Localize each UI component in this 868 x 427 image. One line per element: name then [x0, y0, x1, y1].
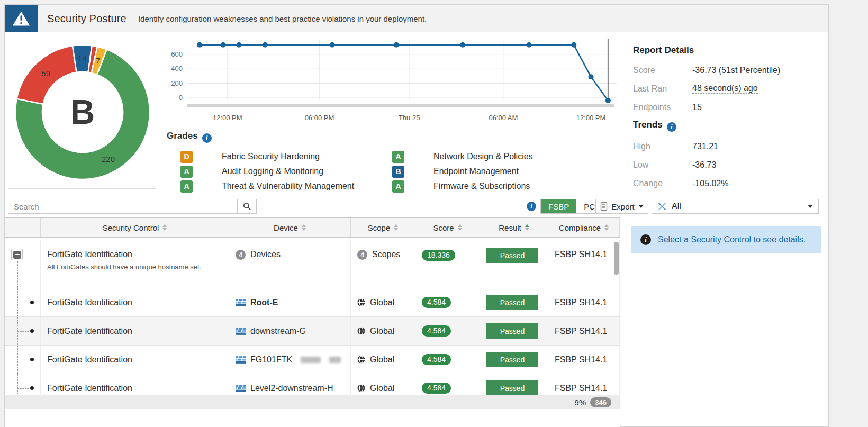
y-axis-tick: 600 — [171, 50, 183, 58]
compliance-value: FSBP SH14.1 — [555, 355, 607, 365]
sort-icon — [604, 224, 609, 231]
score-pill: 4.584 — [422, 354, 451, 365]
column-header-device[interactable]: Device — [229, 218, 351, 237]
column-header-compliance[interactable]: Compliance — [548, 218, 620, 237]
tree-node-dot — [30, 329, 34, 333]
report-row: Score-36.73 (51st Percentile) — [633, 61, 828, 79]
grade-badge: A — [392, 151, 404, 163]
report-details-panel: Report Details Score-36.73 (51st Percent… — [621, 32, 828, 195]
detail-panel: i Select a Security Control to see detai… — [620, 217, 828, 426]
column-header-label: Score — [433, 223, 454, 232]
trend-data-point — [571, 42, 576, 48]
report-row-label: Last Ran — [633, 84, 692, 94]
dashboard-section: 22059147 B 020040060012:00 PM06:00 PMThu… — [5, 32, 828, 196]
grade-item: DFabric Security Hardening — [167, 149, 378, 164]
x-axis-tick: 12:00 PM — [213, 114, 242, 122]
tree-connector — [17, 388, 31, 389]
export-label: Export — [611, 202, 634, 211]
column-header-label: Scope — [368, 223, 391, 232]
fabric-scope-dropdown[interactable]: All — [652, 199, 819, 214]
score-percent: 9% — [575, 398, 586, 407]
sort-icon — [525, 224, 529, 231]
table-scrollbar[interactable] — [614, 242, 619, 275]
grade-badge: A — [180, 166, 193, 178]
column-header-label: Compliance — [559, 223, 601, 232]
table-row[interactable]: FortiGate IdentificationLevel2-downstrea… — [5, 374, 620, 397]
trend-data-point — [197, 42, 202, 48]
trends-title-text: Trends — [633, 120, 663, 130]
y-axis-tick: 0 — [179, 94, 183, 102]
grade-item: AThreat & Vulnerability Management — [167, 179, 378, 194]
page-title: Security Posture — [47, 13, 126, 25]
grade-item: BEndpoint Management — [378, 164, 533, 179]
report-row-value: -105.02% — [692, 179, 729, 188]
table-row[interactable]: FortiGate Identificationdownstream-GGlob… — [5, 317, 620, 346]
column-header-security-control[interactable]: Security Control — [41, 218, 229, 237]
result-badge: Passed — [486, 248, 538, 263]
report-row-value[interactable]: 48 second(s) ago — [692, 84, 758, 94]
table-row[interactable]: FortiGate IdentificationFG101FTKGlobal4.… — [5, 346, 620, 374]
compliance-value: FSBP SH14.1 — [555, 326, 607, 336]
fabric-scope-value: All — [672, 202, 681, 211]
result-badge: Passed — [486, 352, 538, 367]
trend-data-point — [263, 42, 268, 48]
report-row: Low-36.73 — [633, 156, 828, 174]
report-row-label: Score — [633, 66, 692, 75]
donut-slice-label: 59 — [41, 69, 50, 78]
trends-title: Trendsi — [633, 120, 828, 132]
score-pill: 18.336 — [422, 250, 455, 261]
scope-count-label: Scopes — [372, 250, 400, 259]
result-badge: Passed — [486, 323, 538, 339]
x-axis-tick: 06:00 AM — [489, 114, 518, 122]
collapse-button[interactable] — [11, 249, 23, 260]
sort-icon — [458, 224, 462, 231]
table-row[interactable]: FortiGate IdentificationAll FortiGates s… — [5, 240, 620, 288]
warning-triangle-icon — [11, 9, 32, 28]
trends-info-icon[interactable]: i — [667, 122, 676, 132]
standard-info-icon[interactable]: i — [527, 202, 536, 211]
sort-icon — [302, 224, 306, 231]
column-header-score[interactable]: Score — [415, 218, 480, 237]
grades-info-icon[interactable]: i — [202, 133, 212, 143]
security-control-name: FortiGate Identification — [47, 326, 132, 336]
trend-data-point — [526, 42, 531, 48]
trend-data-point — [237, 42, 242, 48]
sort-icon — [394, 224, 398, 231]
grade-item: AAudit Logging & Monitoring — [167, 164, 378, 179]
chart-range-slider[interactable] — [187, 104, 614, 107]
globe-icon — [357, 298, 365, 306]
page-subtitle: Identify configuration weaknesses and be… — [138, 14, 427, 23]
tree-node-dot — [30, 301, 34, 304]
donut-slice-label: 7 — [96, 56, 100, 65]
tree-connector — [17, 261, 18, 288]
compliance-value: FSBP SH14.1 — [555, 384, 607, 393]
x-axis-tick: 06:00 PM — [305, 114, 334, 122]
grade-donut-panel: 22059147 B — [8, 37, 156, 189]
tree-node-dot — [30, 358, 34, 361]
grade-item-label: Endpoint Management — [433, 167, 519, 176]
trend-data-point — [460, 42, 465, 48]
compliance-value: FSBP SH14.1 — [555, 250, 607, 259]
grades-section: Gradesi DFabric Security HardeningAAudit… — [167, 131, 621, 194]
table-row[interactable]: FortiGate IdentificationRoot-EGlobal4.58… — [5, 288, 620, 317]
page-header: Security Posture Identify configuration … — [5, 5, 828, 33]
document-icon — [600, 202, 608, 211]
column-header-result[interactable]: Result — [480, 218, 548, 237]
export-button[interactable]: Export — [595, 199, 648, 214]
security-controls-table: Security ControlDeviceScopeScoreResultCo… — [5, 217, 620, 427]
scope-name: Global — [370, 355, 394, 365]
scope-name: Global — [370, 298, 394, 307]
search-button[interactable] — [237, 199, 257, 214]
security-posture-page: Security Posture Identify configuration … — [4, 4, 829, 427]
column-header-scope[interactable]: Scope — [351, 218, 415, 237]
report-row: Last Ran48 second(s) ago — [633, 79, 828, 98]
grade-badge: B — [392, 166, 404, 178]
table-body: FortiGate IdentificationAll FortiGates s… — [5, 238, 620, 397]
scope-name: Global — [370, 384, 394, 393]
device-name: Root-E — [250, 298, 278, 307]
report-row-value: 15 — [692, 103, 702, 112]
fsbp-toggle-button[interactable]: FSBP — [541, 199, 576, 213]
table-footer: 9% 346 — [5, 395, 620, 409]
search-input[interactable] — [8, 199, 238, 214]
device-count-badge: 4 — [236, 250, 246, 260]
